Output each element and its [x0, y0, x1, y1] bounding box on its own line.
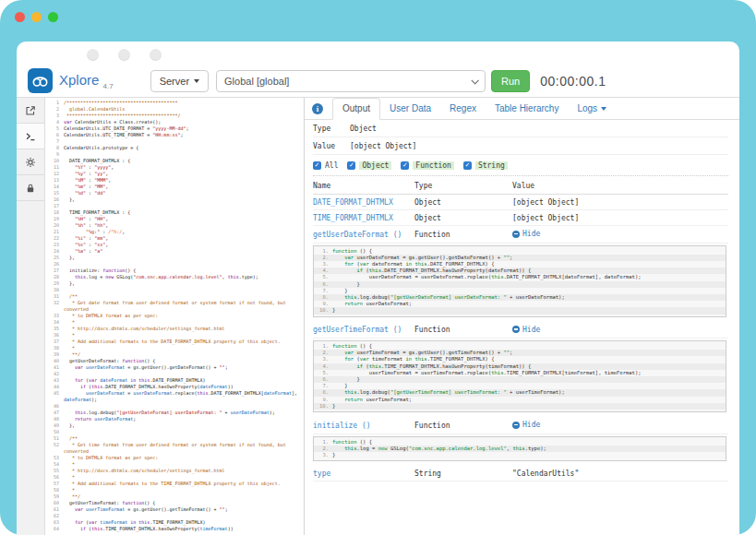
property-name-link[interactable]: TIME_FORMAT_DHTMLX — [313, 214, 414, 222]
code-line-text: "%h" : "hh", — [64, 222, 297, 229]
editor-line: 8CalendarUtils.prototype = { — [45, 145, 304, 151]
sidebar-item-settings[interactable] — [17, 149, 44, 175]
line-number: 35 — [45, 326, 64, 332]
line-number: 62 — [45, 513, 64, 519]
property-value: Hide — [512, 230, 728, 240]
editor-line: 49 }, — [45, 422, 304, 429]
lock-icon — [25, 183, 36, 194]
code-line-text: /***************************************… — [64, 100, 297, 106]
code-line-text: * to DHTMLX format as per spec: — [64, 313, 297, 319]
editor-line: 42 — [45, 371, 304, 377]
editor-line: 29 }, — [45, 280, 304, 287]
line-number: 36 — [45, 332, 64, 339]
property-row: getUserTimeFormat ()FunctionHide — [313, 322, 728, 339]
close-window-button[interactable] — [15, 12, 25, 22]
filter-label: String — [475, 161, 508, 170]
code-line-text: CalendarUtils.prototype = { — [64, 145, 297, 151]
code-line-text: * — [64, 461, 297, 468]
server-dropdown-button[interactable]: Server — [150, 70, 209, 92]
execution-timer: 00:00:00.1 — [540, 74, 606, 89]
line-number: 42 — [45, 371, 64, 377]
code-line-text: }, — [64, 196, 297, 203]
source-line-text: function () { — [332, 248, 726, 255]
editor-line: 13 "%M" : "MMM", — [45, 177, 304, 184]
app-window: Xplore 4.7 Server Global [global] Run 00… — [17, 42, 739, 535]
app-title: Xplore 4.7 — [59, 72, 114, 90]
property-type: Function — [414, 231, 512, 239]
code-line-text: "%s" : "ss", — [64, 242, 297, 248]
source-line-text: var userDateFormat = gs.getUser().getDat… — [332, 255, 726, 261]
code-line-text: * — [64, 487, 297, 493]
line-number: 2 — [45, 106, 64, 113]
editor-line: 31 /** — [45, 293, 304, 300]
property-name-link[interactable]: getUserTimeFormat () — [313, 326, 414, 334]
source-line: 5. userTimeFormat = userTimeFormat.repla… — [314, 370, 726, 376]
chevron-down-icon — [472, 77, 479, 84]
editor-line: 48 return userDateFormat; — [45, 416, 304, 422]
code-editor[interactable]: 1/**************************************… — [45, 98, 305, 535]
code-line-text — [64, 151, 297, 158]
property-name-link[interactable]: type — [313, 470, 414, 478]
editor-line: 25 }, — [45, 255, 304, 261]
code-line-text: "%m" : "MM", — [64, 184, 297, 190]
line-number: 52 — [45, 442, 64, 455]
code-line-text: global.CalendarUtils — [64, 106, 297, 113]
editor-line: 23 "%s" : "ss", — [45, 242, 304, 248]
line-number: 44 — [45, 384, 64, 390]
editor-line: 33 * to DHTMLX format as per spec: — [45, 313, 304, 319]
sidebar-item-security[interactable] — [17, 175, 44, 201]
scope-select[interactable]: Global [global] — [216, 70, 486, 92]
source-line: 3.} — [314, 452, 726, 458]
property-name-link[interactable]: getUserDateFormat () — [313, 231, 414, 239]
line-number: 16 — [45, 196, 64, 203]
result-type-row: Type Object — [313, 120, 728, 137]
main-content: 1/**************************************… — [17, 98, 739, 535]
checkbox-checked-icon[interactable] — [313, 161, 321, 170]
property-name-link[interactable]: initialize () — [313, 422, 414, 430]
minimize-window-button[interactable] — [31, 12, 42, 22]
tab-user-data[interactable]: User Data — [380, 99, 440, 119]
property-name-link[interactable]: DATE_FORMAT_DHTMLX — [313, 198, 414, 207]
tab-logs[interactable]: Logs — [568, 99, 616, 119]
hide-toggle-link[interactable]: Hide — [512, 421, 540, 429]
editor-line: 45 userDateFormat = userDateFormat.repla… — [45, 390, 304, 403]
line-number: 39 — [45, 351, 64, 358]
line-number: 3. — [314, 356, 332, 363]
line-number: 6 — [45, 132, 64, 138]
editor-line: 56 * — [45, 474, 304, 481]
property-type: Function — [414, 422, 512, 430]
editor-line: 14 "%m" : "MM", — [45, 184, 304, 190]
hide-label: Hide — [522, 421, 540, 429]
editor-line: 5CalendarUtils.UTC_DATE_FORMAT = "yyyy-M… — [45, 125, 304, 132]
editor-line: 59 **/ — [45, 493, 304, 500]
line-number: 29 — [45, 280, 64, 287]
checkbox-checked-icon[interactable] — [463, 161, 472, 170]
tab-label: Logs — [577, 103, 597, 113]
run-button[interactable]: Run — [491, 70, 530, 92]
code-line-text: "%Y" : "yyyy", — [64, 164, 297, 171]
tab-output[interactable]: Output — [332, 98, 380, 120]
code-line-text: * — [64, 345, 297, 351]
sidebar-item-terminal[interactable] — [17, 124, 44, 149]
inner-close-button — [87, 49, 99, 61]
info-icon[interactable] — [312, 103, 323, 114]
editor-line: 61 var userTimeFormat = gs.getUser().get… — [45, 506, 304, 513]
code-line-text: this.log.debug("[getUserDateFormat] user… — [64, 410, 297, 416]
source-line-text: for (var dateFormat in this.DATE_FORMAT_… — [332, 261, 726, 268]
checkbox-checked-icon[interactable] — [347, 161, 355, 170]
checkbox-checked-icon[interactable] — [401, 161, 409, 170]
hide-toggle-link[interactable]: Hide — [512, 230, 540, 238]
editor-line: 55 * http://docs.dhtmlx.com/scheduler/se… — [45, 468, 304, 474]
sidebar-item-open-new-window[interactable] — [17, 98, 44, 124]
tab-regex[interactable]: Regex — [440, 99, 486, 119]
line-number: 4. — [314, 268, 332, 274]
editor-line: 24 "%a" : "a" — [45, 248, 304, 255]
line-number: 61 — [45, 506, 64, 513]
hide-toggle-link[interactable]: Hide — [512, 326, 540, 334]
tab-table-hierarchy[interactable]: Table Hierarchy — [486, 99, 568, 119]
zoom-window-button[interactable] — [48, 12, 58, 22]
line-number: 9. — [314, 397, 332, 403]
code-line-text: CalendarUtils.UTC_TIME_FORMAT = "HH:mm:s… — [64, 132, 297, 138]
code-line-text: var userDateFormat = gs.getUser().getDat… — [64, 364, 297, 371]
source-line-text: return userTimeFormat; — [332, 397, 726, 403]
